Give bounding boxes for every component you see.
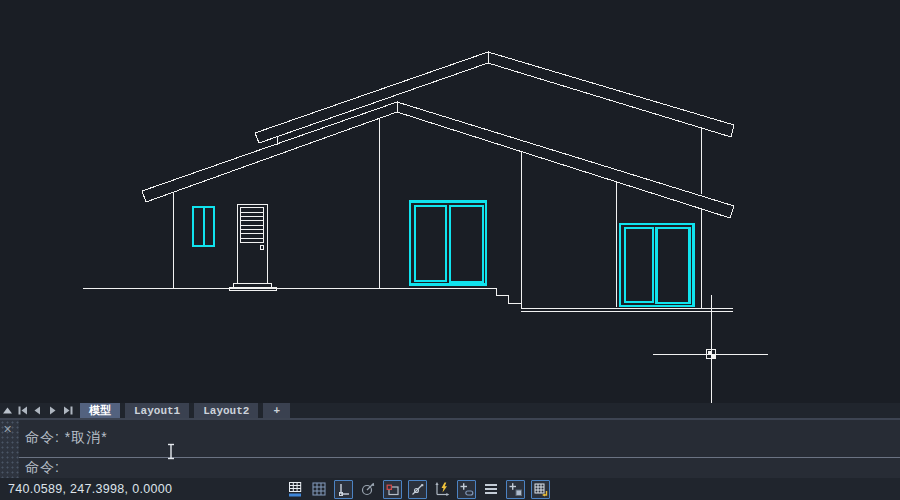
drawing-canvas[interactable]: [0, 0, 900, 403]
dynamic-input-icon: [434, 481, 450, 497]
lineweight-display-button[interactable]: [457, 480, 476, 499]
roof-lower-left-beam: [142, 102, 397, 202]
tab-nav-first-icon[interactable]: [15, 403, 30, 418]
command-panel-grip[interactable]: ✕: [0, 420, 19, 478]
window-right-right-sash: [657, 228, 690, 303]
grid-display-icon: [311, 481, 327, 497]
tab-nav-prev-icon[interactable]: [30, 403, 45, 418]
door-step-top: [233, 283, 271, 287]
object-snap-tracking-button[interactable]: [408, 480, 427, 499]
first-tab-icon: [17, 405, 29, 416]
workspace-switching-button[interactable]: [531, 480, 550, 499]
command-prompt-line[interactable]: 命令:: [19, 458, 900, 478]
cad-application-window: 模型 Layout1 Layout2 + ✕ 命令: *取消* 命令: 740.…: [0, 0, 900, 500]
quick-properties-icon: [508, 482, 523, 497]
lineweight-display-icon: [459, 482, 474, 497]
last-tab-icon: [62, 405, 74, 416]
status-bar: 740.0589, 247.3998, 0.0000: [0, 478, 900, 500]
door-frame: [237, 204, 267, 283]
tab-layout1[interactable]: Layout1: [125, 403, 189, 418]
tab-layout2[interactable]: Layout2: [194, 403, 258, 418]
pickbox-dot: [712, 355, 715, 358]
ortho-mode-button[interactable]: [334, 480, 353, 499]
object-snap-icon: [385, 482, 400, 497]
status-toggle-icons: [286, 479, 550, 499]
snap-grid-icon: [287, 481, 303, 498]
tab-nav-next-icon[interactable]: [45, 403, 60, 418]
elevation-svg[interactable]: [0, 0, 900, 403]
object-snap-button[interactable]: [383, 480, 402, 499]
text-cursor-ibeam: [164, 443, 178, 460]
window-mid-left-sash: [415, 206, 446, 281]
roof-upper-right-beam: [488, 52, 734, 137]
door-handle: [260, 246, 264, 250]
up-triangle-icon: [2, 405, 13, 416]
command-history-line: 命令: *取消*: [19, 420, 900, 456]
tab-menu-up-icon[interactable]: [0, 403, 15, 418]
snap-grid-button[interactable]: [286, 480, 304, 498]
layout-tab-bar: 模型 Layout1 Layout2 +: [0, 403, 900, 418]
polar-tracking-icon: [360, 481, 376, 497]
tab-nav-last-icon[interactable]: [60, 403, 75, 418]
menu-button[interactable]: [482, 480, 500, 498]
window-right-left-sash: [625, 228, 653, 302]
next-tab-icon: [47, 405, 58, 416]
dynamic-input-button[interactable]: [433, 480, 451, 498]
tab-add-layout[interactable]: +: [263, 403, 290, 418]
window-mid-right-sash: [450, 206, 483, 282]
workspace-switching-icon: [533, 482, 548, 497]
window-mid: [410, 202, 486, 285]
polar-tracking-button[interactable]: [359, 480, 377, 498]
coordinate-readout[interactable]: 740.0589, 247.3998, 0.0000: [8, 482, 172, 496]
ortho-mode-icon: [336, 482, 351, 497]
command-line-panel: ✕ 命令: *取消* 命令:: [0, 418, 900, 478]
quick-properties-button[interactable]: [506, 480, 525, 499]
prev-tab-icon: [32, 405, 43, 416]
close-icon[interactable]: ✕: [3, 424, 12, 435]
menu-icon: [483, 481, 499, 497]
object-snap-tracking-icon: [410, 482, 425, 497]
grid-display-button[interactable]: [310, 480, 328, 498]
tab-model[interactable]: 模型: [80, 403, 120, 418]
